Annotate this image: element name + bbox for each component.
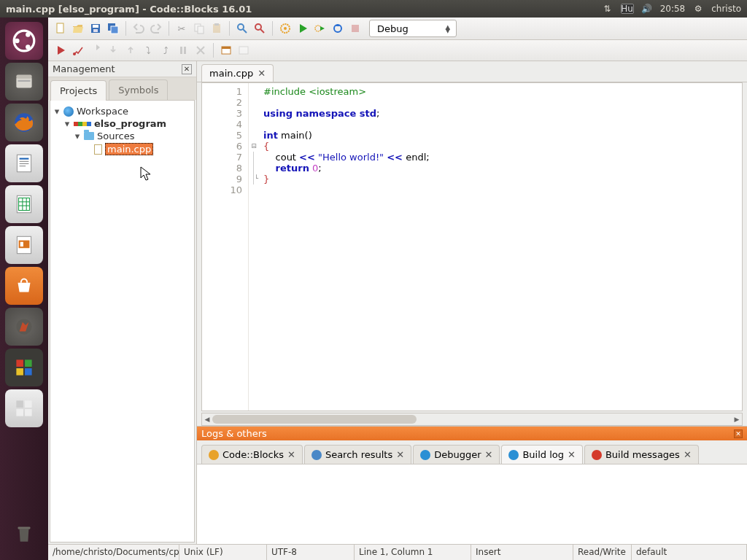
tree-file-main[interactable]: main.cpp (105, 143, 153, 155)
launcher-calc-icon[interactable] (5, 185, 43, 223)
sound-icon[interactable]: 🔊 (641, 3, 653, 15)
next-instr-button[interactable]: ⤵ (140, 42, 156, 58)
launcher-ubuntu-icon[interactable] (5, 22, 43, 60)
svg-rect-6 (16, 74, 31, 78)
break-button[interactable] (175, 42, 191, 58)
status-profile: default (632, 545, 747, 560)
system-menubar: main.cpp [elso_program] - Code::Blocks 1… (0, 0, 747, 18)
svg-rect-34 (93, 25, 98, 28)
step-instr-button[interactable]: ⤴ (158, 42, 174, 58)
project-tree[interactable]: ▾Workspace ▾elso_program ▾Sources main.c… (50, 100, 195, 542)
network-icon[interactable]: ⇅ (602, 3, 614, 15)
scroll-right-icon[interactable]: ▶ (732, 413, 742, 425)
buildlog-tab-icon (508, 450, 519, 460)
clock[interactable]: 20:58 (660, 4, 686, 14)
info-button[interactable] (236, 42, 252, 58)
launcher-codeblocks-icon[interactable] (5, 349, 43, 386)
svg-rect-35 (93, 29, 98, 32)
save-button[interactable] (88, 20, 104, 36)
logs-close-button[interactable]: ✕ (734, 429, 743, 438)
close-icon[interactable]: ✕ (396, 449, 404, 460)
close-icon[interactable]: ✕ (568, 449, 576, 460)
svg-point-3 (26, 44, 30, 49)
tab-projects[interactable]: Projects (50, 80, 107, 101)
code-content[interactable]: #include <iostream> using namespace std;… (259, 83, 434, 411)
line-number-gutter: 12345678910 (202, 83, 249, 411)
replace-button[interactable] (252, 20, 268, 36)
tree-workspace[interactable]: Workspace (77, 106, 128, 117)
svg-rect-41 (214, 23, 219, 26)
tree-sources[interactable]: Sources (97, 131, 134, 141)
launcher-writer-icon[interactable] (5, 144, 43, 182)
new-file-button[interactable] (53, 20, 69, 36)
paste-button[interactable] (209, 20, 225, 36)
svg-rect-26 (25, 368, 32, 376)
build-target-dropdown[interactable]: Debug ▴▾ (369, 20, 457, 37)
build-run-button[interactable] (312, 20, 328, 36)
launcher-firefox-icon[interactable] (5, 104, 43, 141)
fold-column[interactable]: ⊟└ (249, 83, 259, 411)
management-title-bar: Management ✕ (48, 61, 196, 77)
svg-point-51 (73, 52, 76, 55)
save-all-button[interactable] (105, 20, 121, 36)
debug-start-button[interactable] (53, 42, 69, 58)
cut-button[interactable]: ✂ (174, 20, 190, 36)
close-icon[interactable]: ✕ (287, 449, 295, 460)
tab-symbols[interactable]: Symbols (109, 79, 168, 100)
scrollbar-thumb[interactable] (212, 415, 417, 424)
run-button[interactable] (295, 20, 311, 36)
debug-windows-button[interactable] (218, 42, 234, 58)
svg-rect-21 (20, 242, 23, 246)
management-close-button[interactable]: ✕ (182, 64, 192, 74)
dropdown-arrows-icon: ▴▾ (445, 25, 450, 32)
launcher-files-icon[interactable] (5, 63, 43, 101)
status-rw: Read/Write (573, 545, 632, 560)
editor-hscrollbar[interactable]: ◀ ▶ (201, 413, 743, 426)
next-line-button[interactable] (88, 42, 104, 58)
system-tray: ⇅ Hu 🔊 20:58 ⚙ christo (602, 3, 741, 15)
launcher-workspace-switcher-icon[interactable] (5, 389, 43, 427)
close-icon[interactable]: ✕ (485, 449, 493, 460)
scroll-left-icon[interactable]: ◀ (202, 413, 212, 425)
close-tab-icon[interactable]: ✕ (258, 68, 266, 79)
app-content: ✂ Debug ▴▾ ⤵ ⤴ Manag (48, 18, 747, 560)
copy-button[interactable] (191, 20, 207, 36)
log-tab-debugger[interactable]: Debugger✕ (413, 445, 500, 464)
log-tab-buildmsg[interactable]: Build messages✕ (584, 445, 699, 464)
codeblocks-tab-icon (209, 450, 219, 460)
svg-rect-11 (20, 163, 29, 164)
settings-gear-icon[interactable]: ⚙ (692, 3, 704, 15)
launcher-impress-icon[interactable] (5, 226, 43, 264)
svg-point-1 (15, 39, 19, 43)
log-tab-buildlog[interactable]: Build log✕ (501, 445, 583, 464)
stop-debug-button[interactable] (193, 42, 209, 58)
undo-button[interactable] (131, 20, 147, 36)
launcher-trash-icon[interactable] (5, 515, 43, 553)
log-tab-search[interactable]: Search results✕ (304, 445, 411, 464)
build-button[interactable] (277, 20, 293, 36)
step-out-button[interactable] (123, 42, 139, 58)
keyboard-layout-indicator[interactable]: Hu (621, 4, 634, 14)
user-name[interactable]: christo (711, 4, 741, 14)
project-icon (74, 122, 91, 126)
editor-tab-main[interactable]: main.cpp ✕ (201, 64, 274, 82)
management-tabs: Projects Symbols (48, 77, 196, 100)
run-to-cursor-button[interactable] (70, 42, 86, 58)
svg-rect-4 (16, 77, 31, 88)
logs-body[interactable] (197, 464, 747, 544)
close-icon[interactable]: ✕ (684, 449, 692, 460)
open-button[interactable] (70, 20, 86, 36)
tree-project[interactable]: elso_program (94, 118, 166, 129)
log-tab-codeblocks[interactable]: Code::Blocks✕ (201, 445, 303, 464)
code-editor[interactable]: 12345678910 ⊟└ #include <iostream> using… (201, 82, 743, 411)
find-button[interactable] (234, 20, 250, 36)
abort-button[interactable] (347, 20, 363, 36)
launcher-software-icon[interactable] (5, 267, 43, 305)
svg-line-45 (260, 29, 264, 33)
svg-rect-23 (16, 359, 23, 367)
step-into-button[interactable] (105, 42, 121, 58)
redo-button[interactable] (148, 20, 164, 36)
svg-point-47 (284, 27, 287, 30)
rebuild-button[interactable] (330, 20, 346, 36)
launcher-settings-icon[interactable] (5, 308, 43, 346)
